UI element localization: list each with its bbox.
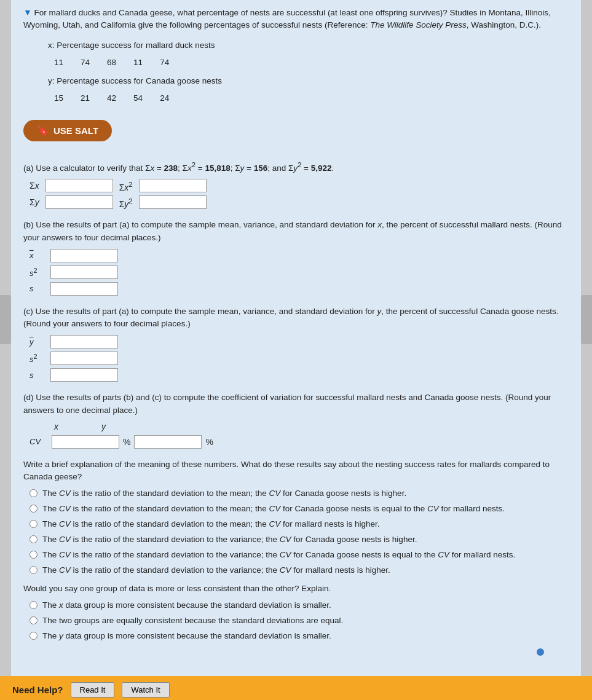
radio-label-1: The CV is the ratio of the standard devi… xyxy=(42,488,406,500)
part-d-text: (d) Use the results of parts (b) and (c)… xyxy=(23,391,569,417)
radio-input-1[interactable] xyxy=(30,489,37,497)
radio-input-4[interactable] xyxy=(30,535,37,543)
x-mean-label: x xyxy=(30,251,44,260)
part-c-text: (c) Use the results of part (a) to compu… xyxy=(23,305,569,331)
x-val-2: 74 xyxy=(81,55,90,70)
sigma-y2-label: Σy2 xyxy=(119,197,133,209)
cv-y-input[interactable] xyxy=(134,435,202,449)
cv-radio-group: The CV is the ratio of the standard devi… xyxy=(30,488,569,576)
cv-label: CV xyxy=(30,437,48,446)
sigma-y-input[interactable] xyxy=(45,195,113,209)
part-a-section: (a) Use a calculator to verify that Σx =… xyxy=(23,160,569,210)
data-section: x: Percentage success for mallard duck n… xyxy=(48,38,569,106)
scroll-indicator xyxy=(537,648,544,656)
x-stddev-input[interactable] xyxy=(50,282,118,296)
y-mean-row: y xyxy=(30,335,569,348)
cv-x-input[interactable] xyxy=(52,435,119,449)
y-val-5: 24 xyxy=(160,91,169,106)
radio-option-1[interactable]: The CV is the ratio of the standard devi… xyxy=(30,488,569,500)
radio-input-3[interactable] xyxy=(30,520,37,528)
would-you-text: Would you say one group of data is more … xyxy=(23,583,569,595)
radio-option-4[interactable]: The CV is the ratio of the standard devi… xyxy=(30,534,569,546)
part-b-section: (b) Use the results of part (a) to compu… xyxy=(23,219,569,296)
cv-y-percent: % xyxy=(205,437,213,447)
sigma-y-label: Σy xyxy=(30,197,39,207)
x-mean-input[interactable] xyxy=(50,249,118,262)
x-values-row: 11 74 68 11 74 xyxy=(54,55,569,70)
x-stddev-row: s xyxy=(30,282,569,296)
consistency-label-1: The x data group is more consistent beca… xyxy=(42,600,331,612)
consistency-option-2[interactable]: The two groups are equally consistent be… xyxy=(30,615,569,627)
consistency-option-3[interactable]: The y data group is more consistent beca… xyxy=(30,631,569,642)
x-val-1: 11 xyxy=(54,55,63,70)
y-stddev-row: s xyxy=(30,368,569,382)
y-val-1: 15 xyxy=(54,91,63,106)
radio-label-6: The CV is the ratio of the standard devi… xyxy=(42,565,390,576)
page-wrapper: ▼ For mallard ducks and Canada geese, wh… xyxy=(0,0,592,700)
y-values-row: 15 21 42 54 24 xyxy=(54,91,569,106)
y-val-2: 21 xyxy=(81,91,90,106)
cv-x-header: x xyxy=(54,422,58,431)
consistency-label-2: The two groups are equally consistent be… xyxy=(42,615,343,627)
watch-it-button[interactable]: Watch It xyxy=(122,682,169,698)
radio-option-5[interactable]: The CV is the ratio of the standard devi… xyxy=(30,549,569,561)
sigma-x-input[interactable] xyxy=(45,179,113,192)
x-label: x: Percentage success for mallard duck n… xyxy=(48,38,569,53)
y-label: y: Percentage success for Canada goose n… xyxy=(48,74,569,88)
part-b-text: (b) Use the results of part (a) to compu… xyxy=(23,219,569,244)
y-variance-row: s2 xyxy=(30,352,569,365)
x-mean-row: x xyxy=(30,249,569,262)
x-val-3: 68 xyxy=(107,55,116,70)
radio-label-5: The CV is the ratio of the standard devi… xyxy=(42,549,515,561)
use-salt-label: USE SALT xyxy=(53,125,98,136)
x-val-4: 11 xyxy=(133,55,143,70)
use-salt-button[interactable]: 🔖 USE SALT xyxy=(23,120,112,141)
x-variance-row: s2 xyxy=(30,265,569,279)
radio-label-4: The CV is the ratio of the standard devi… xyxy=(42,534,417,546)
consistency-option-1[interactable]: The x data group is more consistent beca… xyxy=(30,600,569,612)
write-brief-text: Write a brief explanation of the meaning… xyxy=(23,458,569,484)
x-stddev-label: s xyxy=(30,284,44,293)
x-val-5: 74 xyxy=(160,55,169,70)
radio-input-5[interactable] xyxy=(30,551,37,559)
read-it-button[interactable]: Read It xyxy=(71,682,115,698)
sigma-y-row: Σy Σy2 xyxy=(30,195,569,209)
sigma-y2-input[interactable] xyxy=(139,195,207,209)
y-stddev-input[interactable] xyxy=(50,368,118,382)
side-tab-left xyxy=(0,295,11,344)
part-a-text: (a) Use a calculator to verify that Σx =… xyxy=(23,160,569,175)
sigma-x2-label: Σx2 xyxy=(119,180,133,192)
part-c-section: (c) Use the results of part (a) to compu… xyxy=(23,305,569,382)
y-variance-input[interactable] xyxy=(50,352,118,365)
y-mean-input[interactable] xyxy=(50,335,118,348)
consistency-radio-group: The x data group is more consistent beca… xyxy=(30,600,569,642)
radio-option-2[interactable]: The CV is the ratio of the standard devi… xyxy=(30,503,569,515)
cv-x-percent: % xyxy=(123,437,130,447)
salt-icon: 🔖 xyxy=(37,125,49,136)
sigma-x-label: Σx xyxy=(30,181,39,191)
sigma-x2-input[interactable] xyxy=(139,179,207,192)
radio-label-2: The CV is the ratio of the standard devi… xyxy=(42,503,505,515)
question-intro: ▼ For mallard ducks and Canada geese, wh… xyxy=(23,6,569,32)
consistency-radio-3[interactable] xyxy=(30,632,37,640)
need-help-label: Need Help? xyxy=(12,685,63,695)
consistency-radio-2[interactable] xyxy=(30,616,37,624)
radio-option-3[interactable]: The CV is the ratio of the standard devi… xyxy=(30,519,569,530)
y-variance-label: s2 xyxy=(30,353,44,364)
y-mean-label: y xyxy=(30,337,44,347)
bottom-bar: Need Help? Read It Watch It xyxy=(0,676,592,700)
main-content: ▼ For mallard ducks and Canada geese, wh… xyxy=(11,0,581,676)
scroll-indicator-container xyxy=(23,648,569,656)
x-variance-input[interactable] xyxy=(50,265,118,279)
radio-input-2[interactable] xyxy=(30,505,37,513)
consistency-radio-1[interactable] xyxy=(30,601,37,609)
side-tab-right xyxy=(581,295,592,344)
consistency-label-3: The y data group is more consistent beca… xyxy=(42,631,331,642)
radio-input-6[interactable] xyxy=(30,566,37,574)
radio-option-6[interactable]: The CV is the ratio of the standard devi… xyxy=(30,565,569,576)
sigma-x-row: Σx Σx2 xyxy=(30,179,569,192)
cv-row: CV % % xyxy=(30,435,569,449)
y-val-4: 54 xyxy=(133,91,143,106)
write-section: Write a brief explanation of the meaning… xyxy=(23,458,569,576)
cv-headers: x y xyxy=(54,422,569,431)
